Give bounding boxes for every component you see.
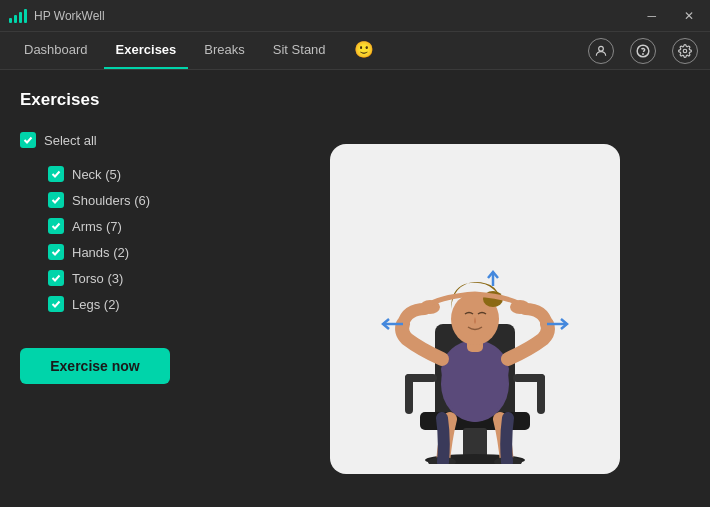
exercise-item-shoulders[interactable]: Shoulders (6) [48, 190, 240, 210]
left-panel: Select all Neck (5) Shoulders (6) [20, 130, 240, 487]
exercise-item-legs[interactable]: Legs (2) [48, 294, 240, 314]
exercise-item-hands[interactable]: Hands (2) [48, 242, 240, 262]
exercise-item-torso[interactable]: Torso (3) [48, 268, 240, 288]
svg-rect-6 [463, 428, 487, 458]
exercise-illustration [345, 154, 605, 464]
exercise-image-frame [330, 144, 620, 474]
svg-point-0 [599, 46, 604, 51]
torso-checkbox[interactable] [48, 270, 64, 286]
neck-label: Neck (5) [72, 167, 121, 182]
title-bar-left: HP WorkWell [10, 8, 105, 24]
svg-point-2 [643, 53, 644, 54]
exercise-item-arms[interactable]: Arms (7) [48, 216, 240, 236]
profile-button[interactable] [588, 38, 614, 64]
legs-checkbox[interactable] [48, 296, 64, 312]
nav-bar: Dashboard Exercises Breaks Sit Stand 🙂 [0, 32, 710, 70]
help-icon [636, 44, 650, 58]
title-bar: HP WorkWell ─ ✕ [0, 0, 710, 32]
nav-right-icons [588, 38, 698, 64]
emoji-icon: 🙂 [354, 40, 374, 59]
shoulders-checkbox[interactable] [48, 192, 64, 208]
neck-checkbox[interactable] [48, 166, 64, 182]
content-area: Select all Neck (5) Shoulders (6) [20, 130, 690, 487]
legs-label: Legs (2) [72, 297, 120, 312]
title-bar-controls: ─ ✕ [641, 7, 700, 25]
app-icon [10, 8, 26, 24]
exercise-now-button[interactable]: Exercise now [20, 348, 170, 384]
select-all-checkbox[interactable] [20, 132, 36, 148]
tab-dashboard[interactable]: Dashboard [12, 32, 100, 69]
arms-checkbox[interactable] [48, 218, 64, 234]
tab-breaks[interactable]: Breaks [192, 32, 256, 69]
right-panel [260, 130, 690, 487]
section-title: Exercises [20, 90, 690, 110]
app-title: HP WorkWell [34, 9, 105, 23]
tab-sitstand[interactable]: Sit Stand [261, 32, 338, 69]
tab-exercises[interactable]: Exercises [104, 32, 189, 69]
minimize-button[interactable]: ─ [641, 7, 662, 25]
user-icon [594, 44, 608, 58]
torso-label: Torso (3) [72, 271, 123, 286]
nav-tabs: Dashboard Exercises Breaks Sit Stand 🙂 [12, 32, 386, 69]
help-button[interactable] [630, 38, 656, 64]
select-all-label: Select all [44, 133, 97, 148]
settings-icon [678, 44, 692, 58]
settings-button[interactable] [672, 38, 698, 64]
select-all-item[interactable]: Select all [20, 130, 240, 150]
main-content: Exercises Select all Neck ( [0, 70, 710, 507]
hands-label: Hands (2) [72, 245, 129, 260]
shoulders-label: Shoulders (6) [72, 193, 150, 208]
svg-point-3 [683, 49, 687, 53]
svg-rect-11 [537, 374, 545, 414]
hands-checkbox[interactable] [48, 244, 64, 260]
close-button[interactable]: ✕ [678, 7, 700, 25]
tab-emoji[interactable]: 🙂 [342, 32, 386, 69]
svg-rect-10 [405, 374, 413, 414]
arms-label: Arms (7) [72, 219, 122, 234]
exercise-item-neck[interactable]: Neck (5) [48, 164, 240, 184]
